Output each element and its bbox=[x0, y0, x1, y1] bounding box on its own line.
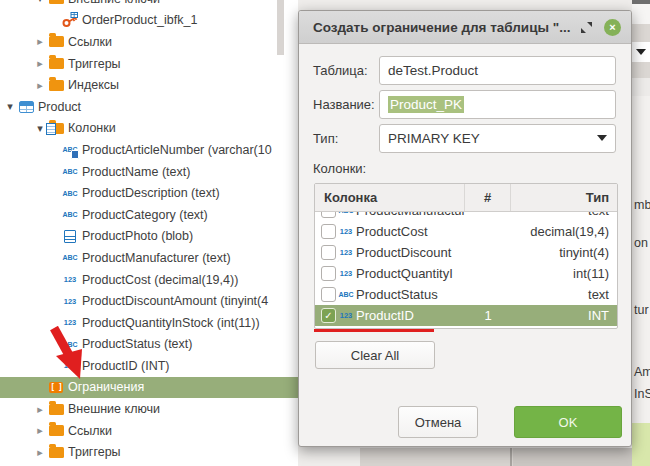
name-field[interactable]: Product_PK bbox=[379, 90, 616, 119]
grid-row[interactable]: ProductQuantityI int(11) bbox=[315, 263, 617, 284]
bg-text-fragment: tur bbox=[634, 303, 649, 317]
number-column-icon bbox=[336, 227, 356, 236]
chevron-collapsed-icon[interactable]: ▸ bbox=[32, 53, 48, 74]
chevron-collapsed-icon[interactable]: ▸ bbox=[32, 75, 48, 96]
tree-item-foreign-keys-top[interactable]: ▾ Внешние ключи bbox=[0, 0, 298, 10]
folder-icon bbox=[48, 0, 64, 7]
tree-item-indexes[interactable]: ▸ Индексы bbox=[0, 74, 298, 96]
tree-item-foreign-keys[interactable]: ▸ Внешние ключи bbox=[0, 398, 298, 420]
grid-row-partial[interactable]: ProductManufacturer text bbox=[315, 212, 617, 221]
number-column-icon bbox=[62, 358, 78, 374]
tree-item-column[interactable]: ProductDescription (text) bbox=[0, 182, 298, 204]
number-column-icon bbox=[336, 269, 356, 278]
folder-icon bbox=[48, 401, 64, 417]
folder-icon bbox=[48, 77, 64, 93]
tree-item-references-top[interactable]: ▸ Ссылки bbox=[0, 31, 298, 53]
text-column-key-icon bbox=[62, 142, 78, 158]
bg-window-band bbox=[513, 448, 632, 466]
chevron-down-icon bbox=[636, 49, 646, 55]
tree-item-triggers[interactable]: ▸ Триггеры bbox=[0, 441, 298, 463]
tree-scrollbar[interactable] bbox=[277, 0, 284, 55]
text-column-icon bbox=[336, 291, 356, 298]
bg-text-fragment: mb bbox=[634, 198, 650, 212]
cancel-button[interactable]: Отмена bbox=[398, 406, 478, 438]
annotation-underline bbox=[314, 329, 434, 332]
name-field-selected-value: Product_PK bbox=[388, 96, 464, 113]
checkbox[interactable] bbox=[321, 287, 336, 302]
text-column-icon bbox=[62, 185, 78, 201]
bg-text-fragment: on bbox=[634, 236, 648, 250]
tree-item-orderproduct-ibfk-1[interactable]: OrderProduct_ibfk_1 bbox=[0, 10, 298, 32]
text-column-icon bbox=[62, 336, 78, 352]
grid-row[interactable]: ProductCost decimal(19,4) bbox=[315, 221, 617, 242]
bg-text-fragment: InS bbox=[634, 387, 650, 401]
ok-button[interactable]: OK bbox=[514, 406, 622, 438]
tree-item-column[interactable]: ProductID (INT) bbox=[0, 355, 298, 377]
chevron-expanded-icon[interactable]: ▾ bbox=[2, 96, 18, 117]
bg-window-band bbox=[632, 4, 650, 24]
header-type[interactable]: Тип bbox=[511, 184, 617, 211]
bg-divider bbox=[510, 448, 512, 466]
tree-item-column[interactable]: ProductName (text) bbox=[0, 161, 298, 183]
bg-window-band bbox=[632, 78, 650, 96]
chevron-collapsed-icon[interactable]: ▸ bbox=[32, 420, 48, 441]
tree-item-column[interactable]: ProductQuantityInStock (int(11)) bbox=[0, 312, 298, 334]
checkbox[interactable] bbox=[321, 224, 336, 239]
number-column-icon bbox=[62, 315, 78, 331]
tree-item-column[interactable]: ProductCost (decimal(19,4)) bbox=[0, 269, 298, 291]
text-column-icon bbox=[62, 164, 78, 180]
database-navigator-panel: ▾ Внешние ключи OrderProduct_ibfk_1 ▸ bbox=[0, 0, 298, 466]
number-column-icon bbox=[62, 272, 78, 288]
folder-icon bbox=[48, 444, 64, 460]
columns-grid: Колонка # Тип ProductManufacturer text P… bbox=[314, 183, 618, 329]
text-column-icon bbox=[62, 250, 78, 266]
restore-window-icon[interactable] bbox=[578, 19, 594, 35]
header-column[interactable]: Колонка bbox=[315, 184, 465, 211]
clear-all-button[interactable]: Clear All bbox=[315, 341, 435, 369]
header-order[interactable]: # bbox=[465, 184, 511, 211]
number-column-icon bbox=[336, 248, 356, 257]
chevron-collapsed-icon[interactable]: ▸ bbox=[32, 442, 48, 463]
checkbox[interactable] bbox=[321, 245, 336, 260]
table-field-value: deTest.Product bbox=[388, 63, 478, 78]
folder-icon bbox=[48, 423, 64, 439]
type-field-label: Тип: bbox=[299, 131, 379, 146]
folder-icon bbox=[48, 34, 64, 50]
tree-item-column[interactable]: ProductCategory (text) bbox=[0, 204, 298, 226]
table-icon bbox=[18, 99, 34, 115]
folder-icon bbox=[48, 56, 64, 72]
tree-item-product-table[interactable]: ▾ Product bbox=[0, 96, 298, 118]
tree-item-constraints-selected[interactable]: Ограничения bbox=[0, 377, 298, 399]
checkbox[interactable] bbox=[321, 212, 336, 218]
checkbox-checked[interactable] bbox=[321, 308, 336, 323]
grid-row[interactable]: ProductDiscount tinyint(4) bbox=[315, 242, 617, 263]
number-column-icon bbox=[62, 293, 78, 309]
tree-item-references[interactable]: ▸ Ссылки bbox=[0, 420, 298, 442]
table-field[interactable]: deTest.Product bbox=[379, 56, 616, 85]
columns-section-label: Колонки: bbox=[313, 161, 366, 176]
columns-folder-icon bbox=[48, 120, 64, 136]
chevron-collapsed-icon[interactable]: ▸ bbox=[32, 31, 48, 52]
grid-row[interactable]: ProductStatus text bbox=[315, 284, 617, 305]
bg-window-band bbox=[632, 62, 650, 78]
close-icon[interactable]: × bbox=[604, 19, 621, 36]
dialog-titlebar[interactable]: Создать ограничение для таблицы "... × bbox=[299, 11, 631, 44]
create-constraint-dialog: Создать ограничение для таблицы "... × Т… bbox=[298, 10, 632, 447]
checkbox[interactable] bbox=[321, 266, 336, 281]
chevron-collapsed-icon[interactable]: ▸ bbox=[32, 399, 48, 420]
tree-item-column[interactable]: ProductStatus (text) bbox=[0, 334, 298, 356]
chevron-down-icon bbox=[597, 135, 607, 141]
bg-window-band bbox=[360, 448, 513, 466]
tree-item-column[interactable]: ProductManufacturer (text) bbox=[0, 247, 298, 269]
tree-item-column[interactable]: ProductPhoto (blob) bbox=[0, 226, 298, 248]
screen: mb on tur Am InS ▾ Внешние ключи bbox=[0, 0, 650, 466]
tree-item-triggers-top[interactable]: ▸ Триггеры bbox=[0, 53, 298, 75]
foreign-key-icon bbox=[62, 12, 78, 28]
blob-column-icon bbox=[62, 228, 78, 244]
type-dropdown[interactable]: PRIMARY KEY bbox=[379, 124, 616, 153]
tree-item-column[interactable]: ProductArticleNumber (varchar(10 bbox=[0, 139, 298, 161]
chevron-expanded-icon[interactable]: ▾ bbox=[32, 0, 48, 9]
tree-item-column[interactable]: ProductDiscountAmount (tinyint(4 bbox=[0, 290, 298, 312]
tree-item-columns-folder[interactable]: ▾ Колонки bbox=[0, 118, 298, 140]
grid-row-productid-selected[interactable]: ProductID 1 INT bbox=[315, 305, 617, 326]
